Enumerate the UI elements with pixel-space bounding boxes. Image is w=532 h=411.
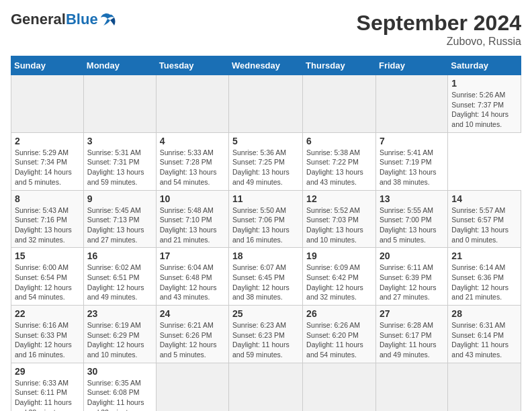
- day-detail: Sunrise: 6:09 AMSunset: 6:42 PMDaylight:…: [306, 263, 372, 302]
- empty-day-cell: [375, 75, 447, 133]
- weekday-header-sunday: Sunday: [11, 56, 84, 75]
- day-cell-29: 29Sunrise: 6:33 AMSunset: 6:11 PMDayligh…: [11, 363, 84, 411]
- page-subtitle: Zubovo, Russia: [357, 36, 521, 48]
- calendar-week-row: 29Sunrise: 6:33 AMSunset: 6:11 PMDayligh…: [11, 363, 521, 411]
- day-detail: Sunrise: 5:41 AMSunset: 7:19 PMDaylight:…: [380, 148, 444, 187]
- page-title: September 2024: [357, 11, 521, 36]
- day-number: 20: [380, 250, 444, 261]
- day-number: 6: [306, 136, 372, 146]
- calendar-week-row: 8Sunrise: 5:43 AMSunset: 7:16 PMDaylight…: [11, 190, 521, 248]
- day-detail: Sunrise: 6:00 AMSunset: 6:54 PMDaylight:…: [15, 263, 80, 302]
- empty-day-cell: [375, 363, 447, 411]
- weekday-header-wednesday: Wednesday: [229, 56, 303, 75]
- day-number: 3: [87, 136, 152, 146]
- logo: GeneralBlue: [11, 11, 120, 28]
- calendar-week-row: 22Sunrise: 6:16 AMSunset: 6:33 PMDayligh…: [11, 306, 521, 363]
- day-detail: Sunrise: 5:50 AMSunset: 7:06 PMDaylight:…: [232, 205, 299, 245]
- day-number: 13: [380, 193, 444, 204]
- empty-day-cell: [229, 75, 303, 133]
- day-cell-10: 10Sunrise: 5:48 AMSunset: 7:10 PMDayligh…: [156, 190, 228, 248]
- day-number: 16: [87, 250, 152, 261]
- day-cell-23: 23Sunrise: 6:19 AMSunset: 6:29 PMDayligh…: [83, 306, 156, 363]
- day-detail: Sunrise: 6:02 AMSunset: 6:51 PMDaylight:…: [87, 263, 152, 302]
- weekday-header-friday: Friday: [375, 56, 447, 75]
- logo-text: GeneralBlue: [11, 11, 98, 28]
- empty-day-cell: [83, 75, 156, 133]
- day-detail: Sunrise: 5:38 AMSunset: 7:22 PMDaylight:…: [306, 148, 372, 187]
- day-number: 9: [87, 193, 152, 204]
- day-number: 26: [306, 308, 372, 319]
- day-detail: Sunrise: 6:11 AMSunset: 6:39 PMDaylight:…: [380, 263, 444, 302]
- day-detail: Sunrise: 6:19 AMSunset: 6:29 PMDaylight:…: [87, 320, 152, 360]
- day-number: 24: [160, 308, 225, 319]
- day-number: 11: [232, 193, 299, 204]
- day-number: 29: [15, 366, 80, 377]
- empty-day-cell: [229, 363, 303, 411]
- weekday-header-saturday: Saturday: [448, 56, 521, 75]
- day-cell-7: 7Sunrise: 5:41 AMSunset: 7:19 PMDaylight…: [375, 132, 447, 190]
- day-detail: Sunrise: 5:57 AMSunset: 6:57 PMDaylight:…: [451, 205, 517, 245]
- day-number: 12: [306, 193, 372, 204]
- day-cell-2: 2Sunrise: 5:29 AMSunset: 7:34 PMDaylight…: [11, 132, 84, 190]
- day-detail: Sunrise: 6:14 AMSunset: 6:36 PMDaylight:…: [451, 263, 517, 302]
- day-number: 17: [160, 250, 225, 261]
- day-detail: Sunrise: 6:28 AMSunset: 6:17 PMDaylight:…: [380, 320, 444, 360]
- day-detail: Sunrise: 5:55 AMSunset: 7:00 PMDaylight:…: [380, 205, 444, 245]
- day-detail: Sunrise: 5:45 AMSunset: 7:13 PMDaylight:…: [87, 205, 152, 245]
- day-number: 22: [15, 308, 80, 319]
- day-detail: Sunrise: 6:23 AMSunset: 6:23 PMDaylight:…: [232, 320, 299, 360]
- empty-day-cell: [11, 75, 84, 133]
- day-number: 15: [15, 250, 80, 261]
- day-detail: Sunrise: 6:35 AMSunset: 6:08 PMDaylight:…: [87, 378, 152, 411]
- day-detail: Sunrise: 5:52 AMSunset: 7:03 PMDaylight:…: [306, 205, 372, 245]
- day-cell-9: 9Sunrise: 5:45 AMSunset: 7:13 PMDaylight…: [83, 190, 156, 248]
- day-cell-14: 14Sunrise: 5:57 AMSunset: 6:57 PMDayligh…: [448, 190, 521, 248]
- empty-day-cell: [448, 363, 521, 411]
- day-number: 8: [15, 193, 80, 204]
- day-cell-3: 3Sunrise: 5:31 AMSunset: 7:31 PMDaylight…: [83, 132, 156, 190]
- day-cell-8: 8Sunrise: 5:43 AMSunset: 7:16 PMDaylight…: [11, 190, 84, 248]
- title-block: September 2024 Zubovo, Russia: [357, 11, 521, 48]
- day-cell-28: 28Sunrise: 6:31 AMSunset: 6:14 PMDayligh…: [448, 306, 521, 363]
- day-number: 7: [380, 136, 444, 146]
- day-detail: Sunrise: 5:33 AMSunset: 7:28 PMDaylight:…: [160, 148, 225, 187]
- day-number: 5: [232, 136, 299, 146]
- day-number: 2: [15, 136, 80, 146]
- day-number: 27: [380, 308, 444, 319]
- day-cell-18: 18Sunrise: 6:07 AMSunset: 6:45 PMDayligh…: [229, 248, 303, 306]
- empty-day-cell: [303, 75, 376, 133]
- day-cell-4: 4Sunrise: 5:33 AMSunset: 7:28 PMDaylight…: [156, 132, 228, 190]
- day-cell-6: 6Sunrise: 5:38 AMSunset: 7:22 PMDaylight…: [303, 132, 376, 190]
- day-detail: Sunrise: 5:43 AMSunset: 7:16 PMDaylight:…: [15, 205, 80, 245]
- day-number: 10: [160, 193, 225, 204]
- day-cell-12: 12Sunrise: 5:52 AMSunset: 7:03 PMDayligh…: [303, 190, 376, 248]
- day-number: 21: [451, 250, 517, 261]
- calendar-week-row: 2Sunrise: 5:29 AMSunset: 7:34 PMDaylight…: [11, 132, 521, 190]
- calendar-week-row: 15Sunrise: 6:00 AMSunset: 6:54 PMDayligh…: [11, 248, 521, 306]
- day-cell-25: 25Sunrise: 6:23 AMSunset: 6:23 PMDayligh…: [229, 306, 303, 363]
- day-cell-13: 13Sunrise: 5:55 AMSunset: 7:00 PMDayligh…: [375, 190, 447, 248]
- day-detail: Sunrise: 6:16 AMSunset: 6:33 PMDaylight:…: [15, 320, 80, 360]
- day-number: 28: [451, 308, 517, 319]
- day-detail: Sunrise: 5:48 AMSunset: 7:10 PMDaylight:…: [160, 205, 225, 245]
- calendar-week-row: 1Sunrise: 5:26 AMSunset: 7:37 PMDaylight…: [11, 75, 521, 133]
- empty-day-cell: [303, 363, 376, 411]
- day-cell-11: 11Sunrise: 5:50 AMSunset: 7:06 PMDayligh…: [229, 190, 303, 248]
- day-number: 30: [87, 366, 152, 377]
- day-cell-15: 15Sunrise: 6:00 AMSunset: 6:54 PMDayligh…: [11, 248, 84, 306]
- day-number: 14: [451, 193, 517, 204]
- day-number: 4: [160, 136, 225, 146]
- day-cell-21: 21Sunrise: 6:14 AMSunset: 6:36 PMDayligh…: [448, 248, 521, 306]
- calendar-table: SundayMondayTuesdayWednesdayThursdayFrid…: [11, 56, 521, 411]
- empty-day-cell: [156, 363, 228, 411]
- calendar-header-row: SundayMondayTuesdayWednesdayThursdayFrid…: [11, 56, 521, 75]
- logo-bird-icon: [101, 12, 120, 27]
- empty-day-cell: [156, 75, 228, 133]
- weekday-header-monday: Monday: [83, 56, 156, 75]
- day-cell-16: 16Sunrise: 6:02 AMSunset: 6:51 PMDayligh…: [83, 248, 156, 306]
- day-detail: Sunrise: 5:31 AMSunset: 7:31 PMDaylight:…: [87, 148, 152, 187]
- day-cell-19: 19Sunrise: 6:09 AMSunset: 6:42 PMDayligh…: [303, 248, 376, 306]
- day-cell-26: 26Sunrise: 6:26 AMSunset: 6:20 PMDayligh…: [303, 306, 376, 363]
- day-cell-24: 24Sunrise: 6:21 AMSunset: 6:26 PMDayligh…: [156, 306, 228, 363]
- day-detail: Sunrise: 6:07 AMSunset: 6:45 PMDaylight:…: [232, 263, 299, 302]
